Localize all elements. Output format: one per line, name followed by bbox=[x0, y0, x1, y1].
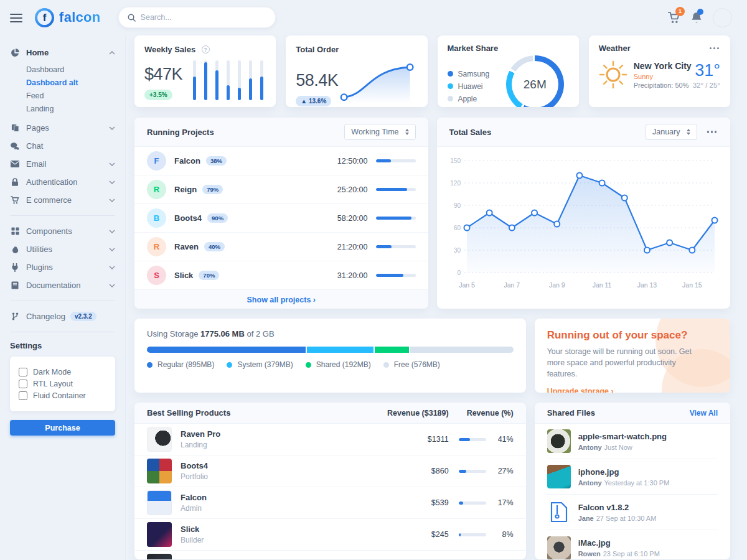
fluid-container-checkbox[interactable] bbox=[19, 391, 27, 400]
file-row[interactable]: iphone.jpg AntonyYesterday at 1:30 PM bbox=[547, 459, 718, 495]
weather-range: 32° / 25° bbox=[693, 82, 720, 89]
code-branch-icon bbox=[10, 312, 20, 320]
view-all-link[interactable]: View All bbox=[690, 409, 718, 418]
sidebar-item-landing[interactable]: Landing bbox=[26, 102, 115, 115]
svg-text:90: 90 bbox=[453, 202, 461, 209]
total-sales-title: Total Sales bbox=[449, 128, 492, 137]
sidebar-item-documentation[interactable]: Documentation bbox=[10, 276, 115, 294]
legend-dot bbox=[448, 83, 453, 89]
svg-text:Jan 9: Jan 9 bbox=[548, 281, 565, 289]
help-icon[interactable]: ? bbox=[202, 45, 210, 54]
file-row[interactable]: Falcon v1.8.2 Jane27 Sep at 10:30 AM bbox=[547, 495, 718, 530]
sidebar-item-plugins[interactable]: Plugins bbox=[10, 258, 115, 276]
running-projects-title: Running Projects bbox=[147, 128, 214, 137]
total-order-value: 58.4K bbox=[296, 71, 338, 90]
sidebar-item-dashboard-alt[interactable]: Dashboard alt bbox=[26, 76, 115, 89]
month-select[interactable]: January bbox=[646, 124, 697, 140]
revenue-progress-bar bbox=[459, 470, 486, 473]
sidebar-item-home[interactable]: Home bbox=[10, 44, 115, 62]
weekly-sales-card: Weekly Sales ? $47K +3.5% bbox=[134, 35, 276, 107]
cart-icon bbox=[10, 196, 20, 204]
project-row[interactable]: F Falcon 38% 12:50:00 bbox=[134, 147, 428, 175]
rtl-layout-toggle[interactable]: RTL Layout bbox=[19, 380, 106, 388]
sidebar-item-utilities[interactable]: Utilities bbox=[10, 240, 115, 258]
ellipsis-menu-icon[interactable] bbox=[706, 128, 718, 136]
project-row[interactable]: S Slick 70% 31:20:00 bbox=[134, 261, 428, 290]
show-all-projects-link[interactable]: Show all projects › bbox=[247, 296, 316, 304]
storage-progress-bar bbox=[147, 347, 514, 353]
weekly-sales-chart bbox=[193, 60, 263, 100]
rtl-layout-checkbox[interactable] bbox=[19, 380, 27, 388]
project-progress-badge: 90% bbox=[207, 213, 228, 223]
file-thumbnail bbox=[547, 465, 571, 488]
legend-dot bbox=[383, 362, 389, 368]
project-row[interactable]: R Raven 40% 21:20:00 bbox=[134, 233, 428, 261]
purchase-button[interactable]: Purchase bbox=[10, 420, 115, 436]
project-row[interactable]: R Reign 79% 25:20:00 bbox=[134, 175, 428, 204]
legend-dot bbox=[448, 71, 453, 77]
search-input[interactable] bbox=[141, 13, 266, 22]
space-heading: Running out of your space? bbox=[547, 329, 718, 342]
working-time-select[interactable]: Working Time bbox=[344, 124, 415, 140]
project-progress-badge: 38% bbox=[206, 156, 227, 166]
sidebar-item-email[interactable]: Email bbox=[10, 155, 115, 173]
sidebar: Home Dashboard Dashboard alt Feed Landin… bbox=[0, 35, 126, 560]
product-row[interactable]: SlickBuilder $245 8% bbox=[134, 519, 526, 551]
market-share-card: Market Share Samsung Huawei Apple 26M bbox=[438, 35, 579, 107]
project-progress-badge: 79% bbox=[202, 185, 223, 194]
sidebar-item-pages[interactable]: Pages bbox=[10, 119, 115, 137]
sidebar-item-chat[interactable]: Chat bbox=[10, 137, 115, 155]
weekly-sales-value: $47K bbox=[144, 65, 182, 84]
svg-text:30: 30 bbox=[453, 247, 461, 254]
sidebar-item-feed[interactable]: Feed bbox=[26, 89, 115, 102]
product-thumbnail bbox=[147, 427, 172, 452]
product-row[interactable]: Boots4Portfolio $860 27% bbox=[134, 455, 526, 487]
svg-text:120: 120 bbox=[450, 180, 461, 187]
project-progress-bar bbox=[376, 159, 416, 162]
chevron-down-icon bbox=[109, 126, 115, 130]
select-arrows-icon bbox=[405, 129, 409, 135]
chevron-down-icon bbox=[109, 162, 115, 166]
project-avatar: S bbox=[147, 266, 166, 285]
sidebar-item-components[interactable]: Components bbox=[10, 222, 115, 240]
topnav-actions: 1 bbox=[667, 8, 732, 27]
file-row[interactable]: iMac.jpg Rowen23 Sep at 6:10 PM bbox=[547, 530, 718, 559]
hamburger-menu-icon[interactable] bbox=[10, 11, 22, 25]
storage-usage-text: Using Storage 1775.06 MB of 2 GB bbox=[147, 329, 514, 338]
project-row[interactable]: B Boots4 90% 58:20:00 bbox=[134, 204, 428, 233]
settings-card: Dark Mode RTL Layout Fluid Container bbox=[10, 357, 115, 411]
dark-mode-checkbox[interactable] bbox=[19, 368, 27, 376]
project-progress-bar bbox=[376, 245, 416, 248]
pie-chart-icon bbox=[10, 49, 20, 57]
user-avatar[interactable] bbox=[713, 8, 732, 27]
sidebar-item-authentication[interactable]: Authentication bbox=[10, 173, 115, 191]
ellipsis-menu-icon[interactable] bbox=[708, 45, 721, 52]
sidebar-item-dashboard[interactable]: Dashboard bbox=[26, 63, 115, 76]
svg-text:Jan 13: Jan 13 bbox=[637, 281, 657, 289]
product-row[interactable]: Raven ProLanding $1311 41% bbox=[134, 424, 526, 455]
revenue-progress-bar bbox=[459, 438, 486, 441]
product-row[interactable] bbox=[134, 551, 526, 559]
sidebar-item-ecommerce[interactable]: E commerce bbox=[10, 191, 115, 209]
sidebar-item-changelog[interactable]: Changelog v2.3.2 bbox=[10, 307, 115, 325]
brand-logo[interactable]: falcon bbox=[35, 8, 101, 27]
weather-city: New York City bbox=[634, 61, 692, 71]
total-order-badge: ▲ 13.6% bbox=[296, 96, 331, 106]
project-progress-bar bbox=[376, 188, 416, 191]
legend-dot bbox=[147, 362, 153, 368]
notifications-button[interactable] bbox=[690, 11, 703, 24]
product-thumbnail bbox=[147, 554, 172, 559]
market-share-total: 26M bbox=[524, 78, 547, 91]
fluid-container-toggle[interactable]: Fluid Container bbox=[19, 391, 106, 400]
chevron-up-icon bbox=[109, 51, 115, 55]
product-row[interactable]: FalconAdmin $539 17% bbox=[134, 487, 526, 519]
cart-button[interactable]: 1 bbox=[667, 11, 680, 24]
file-row[interactable]: apple-smart-watch.png AntonyJust Now bbox=[547, 424, 718, 459]
upgrade-storage-link[interactable]: Upgrade storage › bbox=[547, 387, 614, 393]
dark-mode-toggle[interactable]: Dark Mode bbox=[19, 368, 106, 376]
version-badge: v2.3.2 bbox=[70, 312, 96, 321]
search-bar[interactable] bbox=[118, 7, 276, 28]
shared-files-title: Shared Files bbox=[547, 408, 690, 418]
chevron-down-icon bbox=[109, 230, 115, 233]
total-sales-card: Total Sales January 0306090120150Jan 5Ja… bbox=[437, 118, 731, 309]
